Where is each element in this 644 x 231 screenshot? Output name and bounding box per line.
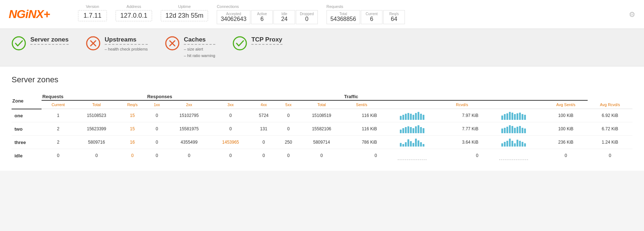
requests-label: Requests [327,4,405,9]
rcvd-cell: 3.64 KiB [443,136,481,149]
status-item-caches[interactable]: Caches – size alert – hit ratio warning [165,36,215,59]
logo-nx: N [28,8,36,21]
sent-cell: 0 [343,149,380,162]
connections-group: Connections Accepted 34062643 Active 6 I… [217,4,318,24]
status-item-tcp-proxy[interactable]: TCP Proxy [233,36,282,51]
col-responses: Responses [146,91,343,100]
caches-msg-1: – size alert [184,46,215,53]
req-current-stat: Current 6 [361,10,382,24]
sent-chart [400,138,424,147]
subh-sent-s: Sent/s [343,100,380,109]
chart-rcvd-cell [481,149,544,162]
subh-chart-sent [380,100,443,109]
chart-rcvd-cell [481,136,544,149]
version-label: Version [86,4,99,9]
tcp-proxy-text: TCP Proxy [251,36,282,46]
chart-sent-cell [380,136,443,149]
svg-point-7 [233,37,246,50]
table-row: three25809716160435549914539650250580971… [12,136,632,149]
accepted-stat: Accepted 34062643 [217,10,250,24]
idle-value: 24 [281,16,288,22]
dropped-stat: Dropped 0 [296,10,317,24]
uptime-value: 12d 23h 55m [161,10,208,21]
sent-chart [400,111,424,120]
requests-group: Requests Total 54368856 Current 6 Req/s … [327,4,405,24]
sent-cell: 786 KiB [343,136,380,149]
subh-3xx: 3xx [211,100,250,109]
server-zones-table: Zone Requests Responses Traffic Current … [12,91,632,162]
chart-rcvd-cell [481,122,544,136]
upstreams-msg: – health check problems [105,46,148,53]
caches-msg-2: – hit ratio warning [184,53,215,59]
table-row: two215623399150155819750131015582106116 … [12,122,632,136]
req-total-label: Total [340,12,347,16]
active-stat: Active 6 [251,10,273,24]
idle-label: Idle [281,12,287,16]
chart-sent-cell [380,122,443,136]
server-zones-section-title: Server zones [12,75,632,84]
subh-total: Total [75,100,118,109]
subh-rcvd-s: Rcvd/s [443,100,481,109]
uptime-label: Uptime [178,4,191,9]
connections-sub-stats: Accepted 34062643 Active 6 Idle 24 Dropp… [217,10,318,24]
subh-reqps: Req/s [118,100,147,109]
address-value: 127.0.0.1 [116,10,152,21]
table-sub-header-row: Current Total Req/s 1xx 2xx 3xx 4xx 5xx … [12,100,632,109]
req-reqps-label: Req/s [389,12,399,16]
caches-title: Caches [184,36,215,45]
cross-icon-caches [165,36,180,51]
header: NGiNX+ Version 1.7.11 Address 127.0.0.1 … [0,0,644,29]
subh-2xx: 2xx [167,100,211,109]
chart-rcvd-cell [481,109,544,122]
subh-avg-sent: Avg Sent/s [544,100,588,109]
svg-point-0 [12,37,25,50]
sent-cell: 116 KiB [343,109,380,122]
rcvd-chart [501,138,526,147]
tcp-proxy-title: TCP Proxy [251,36,282,45]
status-item-upstreams[interactable]: Upstreams – health check problems [86,36,148,53]
caches-text: Caches – size alert – hit ratio warning [184,36,215,59]
req-total-value: 54368856 [330,16,356,22]
chart-sent-cell [380,149,443,162]
req-total-stat: Total 54368856 [327,10,360,24]
subh-1xx: 1xx [146,100,167,109]
check-icon-tcp [233,36,247,51]
logo: NGiNX+ [9,8,66,21]
version-stat: Version 1.7.11 [78,4,107,21]
address-stat: Address 127.0.0.1 [116,4,152,21]
logo-plus: + [43,8,50,21]
settings-icon[interactable]: ⚙ [629,10,635,19]
req-reqps-value: 64 [391,16,397,22]
subh-5xx: 5xx [277,100,300,109]
upstreams-text: Upstreams – health check problems [105,36,148,53]
table-group-header-row: Zone Requests Responses Traffic [12,91,632,100]
status-bar: Server zones Upstreams – health check pr… [0,29,644,66]
address-label: Address [126,4,141,9]
subh-chart-rcvd [481,100,544,109]
server-zones-title: Server zones [30,36,69,45]
header-stats: Version 1.7.11 Address 127.0.0.1 Uptime … [78,4,617,24]
cross-icon-upstreams [86,36,100,51]
rcvd-cell: 0 [443,149,481,162]
req-reqps-stat: Req/s 64 [383,10,405,24]
main-content: Server zones Zone Requests Responses Tra… [0,66,644,171]
idle-stat: Idle 24 [273,10,295,24]
col-requests: Requests [42,91,146,100]
table-row: idle0000000000000 [12,149,632,162]
requests-sub-stats: Total 54368856 Current 6 Req/s 64 [327,10,405,24]
rcvd-cell: 7.97 KiB [443,109,481,122]
rcvd-chart [501,125,526,133]
req-current-label: Current [366,12,377,16]
rcvd-cell: 7.77 KiB [443,122,481,136]
server-zones-text: Server zones [30,36,69,46]
accepted-label: Accepted [226,12,241,16]
version-value: 1.7.11 [78,10,107,21]
status-item-server-zones[interactable]: Server zones [12,36,69,51]
table-row: one1151085231501510279505724015108519116… [12,109,632,122]
active-label: Active [257,12,267,16]
uptime-stat: Uptime 12d 23h 55m [161,4,208,21]
rcvd-chart [501,111,526,120]
col-zone: Zone [12,91,42,109]
sent-cell: 116 KiB [343,122,380,136]
subh-avg-rcvd: Avg Rcvd/s [588,100,632,109]
